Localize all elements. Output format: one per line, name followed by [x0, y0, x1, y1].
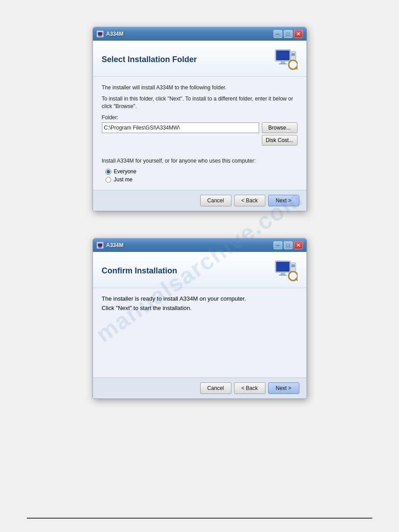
svg-rect-8: [291, 53, 295, 56]
svg-rect-19: [291, 264, 295, 267]
dialog1-desc1: The installer will install A334M to the …: [102, 84, 298, 92]
dialog1-radio-everyone[interactable]: Everyone: [105, 168, 298, 175]
svg-rect-15: [276, 262, 290, 272]
svg-rect-6: [279, 63, 287, 64]
dialog2-header: Confirm Installation: [93, 252, 307, 288]
dialog1-header: Select Installation Folder: [93, 41, 307, 77]
dialog2-desc1: The installer is ready to install A334M …: [102, 295, 298, 302]
svg-rect-11: [98, 243, 102, 247]
dialog1-window: A334M ─ □ ✕ Select Installation Folder: [92, 27, 307, 211]
svg-rect-13: [98, 247, 102, 248]
dialog1-radio-group: Everyone Just me: [105, 168, 298, 183]
dialog2-back-btn[interactable]: < Back: [234, 382, 265, 394]
dialog2-titlebar: A334M ─ □ ✕: [93, 239, 307, 252]
svg-rect-16: [281, 272, 285, 275]
dialog1-browse-btn[interactable]: Browse...: [262, 122, 298, 133]
dialog1-titlebar: A334M ─ □ ✕: [93, 27, 307, 41]
dialog1-back-btn[interactable]: < Back: [234, 195, 265, 206]
dialog2-close-btn[interactable]: ✕: [294, 241, 303, 249]
dialog2-cancel-btn[interactable]: Cancel: [200, 382, 231, 394]
svg-rect-17: [279, 275, 287, 276]
dialog2-content: The installer is ready to install A334M …: [93, 288, 307, 377]
dialog1-folder-input[interactable]: [102, 122, 259, 133]
dialog2-footer: Cancel < Back Next >: [93, 377, 307, 398]
dialog1-radio-just-me-label: Just me: [114, 176, 133, 183]
svg-rect-0: [98, 32, 102, 35]
dialog1-minimize-btn[interactable]: ─: [273, 30, 282, 38]
dialog1-right-buttons: Browse... Disk Cost...: [262, 122, 298, 151]
dialog1-title-text: A334M: [106, 31, 124, 37]
dialog2-title-left: A334M: [97, 242, 124, 249]
dialog1-window-controls: ─ □ ✕: [273, 30, 303, 38]
svg-rect-1: [99, 35, 101, 36]
dialog1-footer: Cancel < Back Next >: [93, 190, 307, 211]
dialog1-header-title: Select Installation Folder: [102, 55, 197, 64]
dialog2-header-title: Confirm Installation: [102, 266, 177, 276]
dialog1-app-icon: [97, 30, 104, 38]
dialog1-desc2: To install in this folder, click "Next".…: [102, 95, 298, 110]
dialog1-disk-cost-btn[interactable]: Disk Cost...: [262, 135, 298, 146]
dialog1-header-icon: [273, 48, 298, 71]
bottom-divider: [27, 518, 372, 519]
dialog1-folder-label: Folder:: [102, 114, 298, 121]
page-container: A334M ─ □ ✕ Select Installation Folder: [0, 0, 399, 532]
dialog1-content: The installer will install A334M to the …: [93, 77, 307, 190]
dialog1-next-btn[interactable]: Next >: [268, 195, 299, 206]
dialog2-header-icon: [273, 259, 298, 282]
dialog2-app-icon: [97, 242, 104, 249]
dialog2-window: A334M ─ □ ✕ Confirm Installation: [92, 238, 307, 399]
dialog1-title-left: A334M: [97, 30, 124, 38]
dialog1-radio-everyone-label: Everyone: [114, 168, 137, 175]
dialog1-maximize-btn[interactable]: □: [284, 30, 293, 38]
dialog1-cancel-btn[interactable]: Cancel: [200, 195, 231, 206]
svg-rect-2: [98, 36, 102, 37]
dialog2-title-text: A334M: [106, 242, 124, 248]
dialog1-radio-just-me-input[interactable]: [105, 177, 111, 183]
dialog2-minimize-btn[interactable]: ─: [273, 241, 282, 249]
dialog2-next-btn[interactable]: Next >: [268, 382, 299, 394]
dialog2-maximize-btn[interactable]: □: [284, 241, 293, 249]
dialog1-install-for-label: Install A334M for yourself, or for anyon…: [102, 157, 298, 165]
dialog2-window-controls: ─ □ ✕: [273, 241, 303, 249]
dialog1-radio-just-me[interactable]: Just me: [105, 176, 298, 183]
dialog1-close-btn[interactable]: ✕: [294, 30, 303, 38]
svg-rect-5: [281, 61, 285, 63]
svg-rect-12: [99, 247, 101, 247]
dialog2-desc2: Click "Next" to start the installation.: [102, 305, 298, 311]
svg-rect-4: [276, 50, 290, 60]
dialog1-radio-everyone-input[interactable]: [105, 169, 111, 175]
